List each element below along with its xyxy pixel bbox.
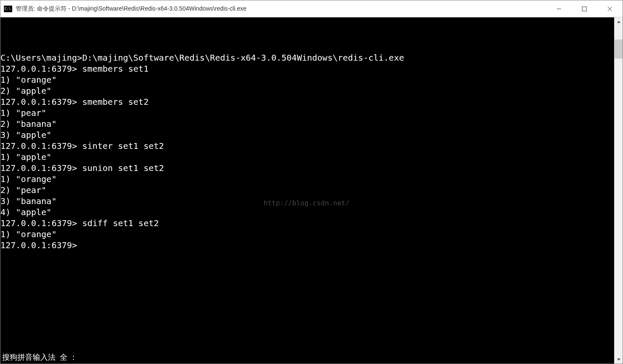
minimize-button[interactable] bbox=[546, 0, 572, 17]
terminal-line: 2) "banana" bbox=[0, 118, 614, 129]
terminal-line: 1) "pear" bbox=[0, 107, 614, 118]
maximize-button[interactable] bbox=[572, 0, 597, 17]
titlebar-controls bbox=[546, 0, 623, 17]
terminal-line: 127.0.0.1:6379> sdiff set1 set2 bbox=[0, 218, 614, 229]
scroll-up-arrow-icon[interactable] bbox=[615, 17, 623, 26]
cmd-icon: C:\ bbox=[4, 5, 12, 13]
terminal-line: 127.0.0.1:6379> sunion set1 set2 bbox=[0, 162, 614, 174]
terminal-line: 127.0.0.1:6379> smembers set2 bbox=[0, 96, 614, 107]
terminal-line: 3) "apple" bbox=[0, 129, 614, 140]
terminal-line: 2) "apple" bbox=[0, 85, 614, 96]
titlebar[interactable]: C:\ 管理员: 命令提示符 - D:\majing\Software\Redi… bbox=[0, 0, 623, 17]
command-prompt-window: C:\ 管理员: 命令提示符 - D:\majing\Software\Redi… bbox=[0, 0, 623, 364]
terminal-line: 4) "apple" bbox=[0, 207, 614, 218]
scroll-thumb[interactable] bbox=[615, 39, 623, 59]
terminal-line: 127.0.0.1:6379> bbox=[0, 240, 614, 251]
terminal-line: 127.0.0.1:6379> smembers set1 bbox=[0, 63, 614, 74]
content-area: C:\Users\majing>D:\majing\Software\Redis… bbox=[0, 17, 623, 364]
scroll-down-arrow-icon[interactable] bbox=[615, 355, 623, 364]
terminal-line: 1) "orange" bbox=[0, 74, 614, 85]
terminal-line: 3) "banana" bbox=[0, 196, 614, 207]
terminal-line: 1) "apple" bbox=[0, 151, 614, 162]
titlebar-text: 管理员: 命令提示符 - D:\majing\Software\Redis\Re… bbox=[16, 5, 546, 13]
terminal-line: 2) "pear" bbox=[0, 185, 614, 196]
ime-status-bar: 搜狗拼音输入法 全 ： bbox=[0, 351, 79, 364]
svg-text:C:\: C:\ bbox=[5, 7, 11, 11]
close-button[interactable] bbox=[597, 0, 623, 17]
terminal-output[interactable]: C:\Users\majing>D:\majing\Software\Redis… bbox=[0, 17, 614, 364]
terminal-line: 1) "orange" bbox=[0, 229, 614, 240]
vertical-scrollbar[interactable] bbox=[614, 17, 623, 364]
terminal-line: 127.0.0.1:6379> sinter set1 set2 bbox=[0, 140, 614, 151]
terminal-line: C:\Users\majing>D:\majing\Software\Redis… bbox=[0, 52, 614, 63]
svg-rect-3 bbox=[582, 7, 587, 11]
terminal-line: 1) "orange" bbox=[0, 174, 614, 185]
